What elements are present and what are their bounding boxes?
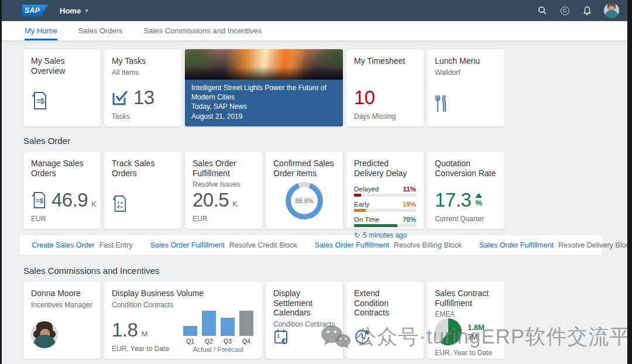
tile-manage-sales-orders[interactable]: Manage Sales Orders =$ 46.9 K EUR — [23, 152, 101, 229]
sales-order-tile-row: Manage Sales Orders =$ 46.9 K EUR Track … — [23, 152, 632, 229]
window-edge-left — [0, 0, 2, 364]
svg-text:=$: =$ — [36, 97, 44, 105]
tile-my-tasks[interactable]: My Tasks All Items 13 Tasks — [104, 49, 181, 126]
svg-text:€: € — [281, 336, 287, 346]
svg-text:✗=: ✗= — [116, 204, 123, 210]
tab-my-home[interactable]: My Home — [25, 21, 57, 40]
order-checklist-icon: ✓=✗= — [112, 195, 127, 212]
quick-links-strip: Create Sales Order Fast Entry Sales Orde… — [19, 235, 602, 255]
launchpad-content: My Sales Overview =$ My Tasks All Items … — [0, 40, 632, 359]
news-caption: Intelligent Street Lights Power the Futu… — [185, 80, 343, 126]
svg-text:=$: =$ — [36, 197, 43, 204]
shell-bar: SAP Home▼ C — [0, 0, 632, 21]
tab-sales-orders[interactable]: Sales Orders — [78, 21, 123, 40]
link-create-sales-order[interactable]: Create Sales Order Fast Entry — [32, 241, 133, 249]
trend-up-icon: % — [475, 193, 482, 207]
user-avatar[interactable] — [604, 3, 619, 18]
window-edge-right — [627, 0, 632, 364]
tile-extend-condition-contracts[interactable]: Extend Condition Contracts — [346, 281, 424, 359]
fiori-launchpad: SAP Home▼ C My Home Sales Orders Sales C… — [0, 0, 632, 364]
news-source: Today, SAP News — [191, 102, 336, 112]
confirmed-items-donut-chart: 88.8% — [286, 182, 323, 219]
tile-sales-order-fulfillment[interactable]: Sales Order Fulfillment Resolve Issues 2… — [185, 152, 262, 229]
tab-sales-commissions[interactable]: Sales Commissions and Incentives — [144, 21, 262, 40]
section-title-sales-order: Sales Order — [23, 136, 632, 146]
news-headline: Intelligent Street Lights Power the Futu… — [191, 84, 336, 102]
tile-lunch-menu[interactable]: Lunch Menu Walldorf — [427, 49, 504, 126]
chevron-down-icon: ▼ — [84, 8, 89, 13]
delivery-delay-bar-chart: Delayed11% Early19% On Time70% — [354, 186, 416, 231]
link-resolve-delivery-block[interactable]: Sales Order Fulfillment Resolve Delivery… — [479, 241, 632, 249]
tile-news[interactable]: Intelligent Street Lights Power the Futu… — [185, 49, 343, 126]
home-menu-button[interactable]: Home▼ — [60, 6, 89, 15]
tile-my-sales-overview[interactable]: My Sales Overview =$ — [23, 49, 101, 126]
tile-donna-moore[interactable]: Donna Moore Incentives Manager — [23, 281, 101, 359]
search-icon[interactable] — [537, 5, 548, 16]
meal-fork-knife-icon — [435, 95, 448, 112]
tile-predicted-delivery-delay[interactable]: Predicted Delivery Delay Delayed11% Earl… — [346, 152, 424, 229]
task-check-icon — [112, 90, 128, 106]
copilot-icon[interactable]: C — [559, 5, 570, 16]
calendar-euro-icon: 1€ — [273, 328, 291, 346]
tile-display-settlement-calendars[interactable]: Display Settlement Calendars Condition C… — [266, 281, 343, 359]
commissions-tile-row: Donna Moore Incentives Manager Display B… — [23, 281, 632, 359]
tile-display-business-volume[interactable]: Display Business Volume Condition Contra… — [104, 281, 262, 359]
tile-quotation-conversion-rate[interactable]: Quotation Conversion Rate 17.3 % Current… — [427, 152, 504, 229]
sales-contract-pie-chart — [435, 318, 462, 345]
notifications-bell-icon[interactable] — [582, 5, 592, 16]
tile-confirmed-sales-order-items[interactable]: Confirmed Sales Order Items 88.8% — [266, 152, 343, 229]
news-date: August 21, 2019 — [191, 112, 336, 122]
business-volume-bar-chart: Q1 Q2 Q3 Q4 Actual / Forecast — [183, 311, 253, 353]
news-photo — [185, 49, 343, 80]
link-resolve-credit-block[interactable]: Sales Order Fulfillment Resolve Credit B… — [150, 241, 297, 249]
sales-document-icon: =$ — [31, 191, 46, 209]
donna-moore-avatar — [31, 321, 58, 348]
link-resolve-billing-block[interactable]: Sales Order Fulfillment Resolve Billing … — [315, 241, 462, 249]
section-title-commissions: Sales Commissions and Incentives — [23, 266, 632, 276]
chart-caption: Actual / Forecast — [193, 346, 243, 353]
clock-star-icon — [354, 328, 372, 346]
refresh-status[interactable]: ↻ 5 minutes ago — [354, 231, 416, 239]
refresh-icon: ↻ — [354, 231, 360, 239]
home-tile-row: My Sales Overview =$ My Tasks All Items … — [23, 49, 632, 126]
tile-sales-contract-fulfillment[interactable]: Sales Contract Fulfillment EMEA 1.8M 3M … — [427, 281, 504, 359]
anchor-navigation-bar: My Home Sales Orders Sales Commissions a… — [0, 21, 632, 40]
svg-text:1: 1 — [277, 333, 280, 339]
sales-document-icon: =$ — [31, 91, 47, 110]
tile-my-timesheet[interactable]: My Timesheet 10 Days Missing — [346, 49, 424, 126]
tile-track-sales-orders[interactable]: Track Sales Orders ✓=✗= — [104, 152, 181, 229]
sap-logo: SAP — [22, 5, 48, 17]
